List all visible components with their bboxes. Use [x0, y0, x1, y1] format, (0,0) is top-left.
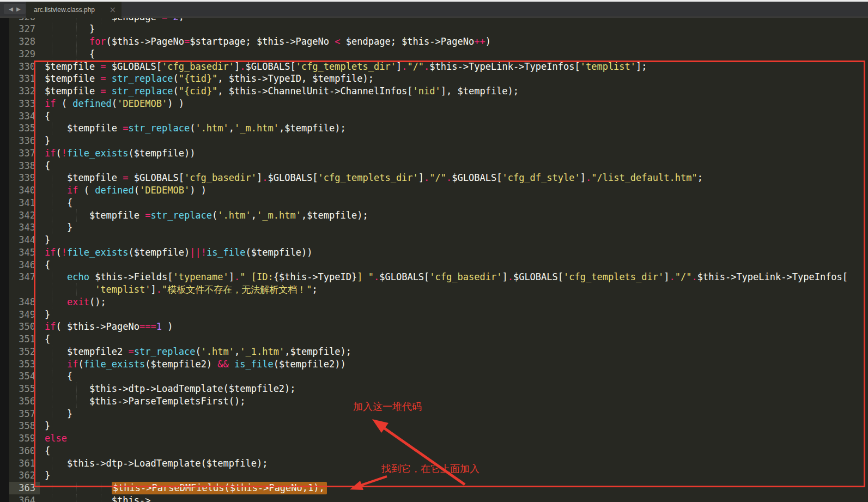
code-text[interactable]: if( $this->PageNo===1 )	[45, 320, 173, 333]
line-number[interactable]: 362	[9, 469, 40, 482]
tab-close-icon[interactable]: ×	[109, 5, 116, 15]
code-text[interactable]: $tempfile =str_replace('.htm','_m.htm',$…	[45, 122, 346, 135]
code-line-348[interactable]: 348 exit();	[0, 296, 868, 309]
code-line-329[interactable]: 329 {	[0, 48, 868, 61]
code-line-339[interactable]: 339 $tempfile = $GLOBALS['cfg_basedir'].…	[0, 172, 868, 184]
code-text[interactable]: }	[45, 309, 50, 321]
code-text[interactable]: else	[45, 432, 67, 445]
line-number[interactable]: 342	[9, 209, 40, 222]
code-text[interactable]: }	[45, 234, 50, 246]
code-line-363[interactable]: 363 $this->ParseDMFields($this->PageNo,1…	[0, 482, 868, 494]
line-number[interactable]: 340	[9, 184, 40, 197]
line-number[interactable]: 332	[9, 85, 40, 98]
line-number[interactable]: 333	[9, 98, 40, 110]
nav-forward-icon[interactable]: ▶	[16, 7, 21, 12]
code-text[interactable]: $this->dtp->LoadTemplate($tempfile2);	[45, 383, 296, 395]
code-line-359[interactable]: 359else	[0, 432, 868, 445]
code-line-347[interactable]: 347 echo $this->Fields['typename']." [ID…	[0, 271, 868, 283]
line-number[interactable]: 351	[9, 333, 40, 346]
code-line-335[interactable]: 335 $tempfile =str_replace('.htm','_m.ht…	[0, 122, 868, 135]
code-line-332[interactable]: 332$tempfile = str_replace("{cid}", $thi…	[0, 85, 868, 98]
code-text[interactable]: {	[45, 445, 50, 457]
nav-back-icon[interactable]: ◀	[9, 7, 13, 12]
code-text[interactable]: }	[45, 221, 72, 234]
code-line-352[interactable]: 352 $tempfile2 =str_replace('.htm','_1.h…	[0, 346, 868, 358]
line-number[interactable]: 357	[9, 408, 40, 420]
code-line-353[interactable]: 353 if(file_exists($tempfile2) && is_fil…	[0, 358, 868, 371]
line-number[interactable]: 327	[9, 23, 40, 35]
code-text[interactable]: echo $this->Fields['typename']." [ID:{$t…	[45, 271, 848, 283]
code-line-354[interactable]: 354 {	[0, 370, 868, 383]
code-text[interactable]: exit();	[45, 296, 106, 309]
line-number[interactable]: 331	[9, 72, 40, 85]
code-text[interactable]: {	[45, 333, 50, 346]
code-text[interactable]: $tempfile = $GLOBALS['cfg_basedir'].$GLO…	[45, 61, 647, 73]
code-text[interactable]: {	[45, 160, 50, 172]
line-number[interactable]: 341	[9, 197, 40, 209]
code-text[interactable]: if(file_exists($tempfile2) && is_file($t…	[45, 358, 346, 371]
code-line-336[interactable]: 336}	[0, 135, 868, 147]
line-number[interactable]: 364	[9, 494, 40, 502]
code-line-358[interactable]: 358}	[0, 420, 868, 432]
line-number[interactable]: 355	[9, 383, 40, 395]
code-text[interactable]: $this->ParseDMFields($this->PageNo,1);	[45, 482, 327, 494]
line-number[interactable]: 338	[9, 160, 40, 172]
line-number[interactable]: 352	[9, 346, 40, 358]
line-number[interactable]: 363	[9, 482, 40, 494]
tab-arc-listview[interactable]: arc.listview.class.php ×	[26, 2, 122, 18]
code-text[interactable]: }	[45, 469, 50, 482]
line-number[interactable]: 358	[9, 420, 40, 432]
code-line-334[interactable]: 334{	[0, 110, 868, 123]
line-number[interactable]: 347	[9, 271, 40, 283]
line-number[interactable]: 361	[9, 457, 40, 470]
code-line-346[interactable]: 346{	[0, 259, 868, 271]
code-line-333[interactable]: 333if ( defined('DEDEMOB') )	[0, 98, 868, 110]
code-line-340[interactable]: 340 if ( defined('DEDEMOB') )	[0, 184, 868, 197]
code-line-345[interactable]: 345if(!file_exists($tempfile)||!is_file(…	[0, 246, 868, 259]
code-line-355[interactable]: 355 $this->dtp->LoadTemplate($tempfile2)…	[0, 383, 868, 395]
line-number[interactable]: 346	[9, 259, 40, 271]
code-line-364[interactable]: 364 $this->	[0, 494, 868, 502]
code-text[interactable]: {	[45, 197, 72, 209]
code-text[interactable]: if(!file_exists($tempfile)||!is_file($te…	[45, 246, 312, 259]
line-number[interactable]: 330	[9, 61, 40, 73]
code-line-351[interactable]: 351{	[0, 333, 868, 346]
line-number[interactable]: 348	[9, 296, 40, 309]
code-text[interactable]: }	[45, 23, 95, 35]
code-text[interactable]: }	[45, 420, 50, 432]
code-text[interactable]: {	[45, 370, 72, 383]
line-number[interactable]: 345	[9, 246, 40, 259]
code-text[interactable]: $this->dtp->LoadTemplate($tempfile);	[45, 457, 268, 470]
code-text[interactable]: }	[45, 408, 72, 420]
code-line-338[interactable]: 338{	[0, 160, 868, 172]
line-number[interactable]: 329	[9, 48, 40, 61]
code-line-341[interactable]: 341 {	[0, 197, 868, 209]
code-text[interactable]: $tempfile =str_replace('.htm','_m.htm',$…	[45, 209, 368, 222]
line-number[interactable]: 353	[9, 358, 40, 371]
code-line-344[interactable]: 344}	[0, 234, 868, 246]
code-line-343[interactable]: 343 }	[0, 221, 868, 234]
code-text[interactable]: if(!file_exists($tempfile))	[45, 147, 195, 160]
line-number[interactable]: 337	[9, 147, 40, 160]
code-line-342[interactable]: 342 $tempfile =str_replace('.htm','_m.ht…	[0, 209, 868, 222]
code-line-349[interactable]: 349}	[0, 309, 868, 321]
line-number[interactable]: 339	[9, 172, 40, 184]
code-text[interactable]: {	[45, 110, 50, 123]
line-number[interactable]: 356	[9, 395, 40, 408]
code-line-327[interactable]: 327 }	[0, 23, 868, 35]
code-text[interactable]: }	[45, 135, 50, 147]
line-number[interactable]: 360	[9, 445, 40, 457]
line-number[interactable]: 359	[9, 432, 40, 445]
line-number[interactable]: 335	[9, 122, 40, 135]
line-number[interactable]: 349	[9, 309, 40, 321]
code-text[interactable]: $tempfile = str_replace("{cid}", $this->…	[45, 85, 519, 98]
code-line-337[interactable]: 337if(!file_exists($tempfile))	[0, 147, 868, 160]
code-text[interactable]: $tempfile = $GLOBALS['cfg_basedir'].$GLO…	[45, 172, 703, 184]
line-number[interactable]: 354	[9, 370, 40, 383]
code-text[interactable]: {	[45, 48, 95, 61]
code-text[interactable]: {	[45, 259, 50, 271]
line-number[interactable]: 334	[9, 110, 40, 123]
code-line-356[interactable]: 356 $this->ParseTempletsFirst();	[0, 395, 868, 408]
line-number[interactable]: 343	[9, 221, 40, 234]
code-line-328[interactable]: 328 for($this->PageNo=$startpage; $this-…	[0, 35, 868, 48]
